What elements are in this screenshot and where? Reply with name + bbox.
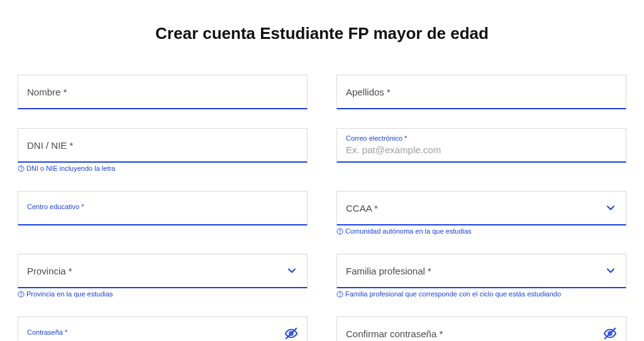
field-contrasena: Contraseña * bbox=[18, 317, 308, 341]
provincia-select[interactable]: Provincia * bbox=[18, 254, 308, 288]
familia-select[interactable]: Familia profesional * bbox=[336, 254, 626, 288]
centro-label: Centro educativo * bbox=[27, 203, 84, 210]
help-icon bbox=[336, 291, 343, 298]
correo-placeholder: Ex. pat@example.com bbox=[346, 144, 441, 155]
provincia-helper-text: Provincia en la que estudias bbox=[26, 291, 113, 298]
field-centro: Centro educativo * bbox=[18, 191, 308, 235]
nombre-input[interactable]: Nombre * bbox=[18, 75, 308, 109]
provincia-label: Provincia * bbox=[27, 266, 72, 276]
chevron-down-icon bbox=[604, 202, 617, 214]
field-ccaa: CCAA * Comunidad autónoma en la que estu… bbox=[336, 191, 626, 235]
signup-form: Nombre * Apellidos * DNI / NIE * DNI o N… bbox=[0, 75, 644, 341]
help-icon bbox=[18, 291, 25, 298]
eye-off-icon[interactable] bbox=[603, 327, 617, 340]
provincia-helper: Provincia en la que estudias bbox=[18, 291, 308, 298]
familia-label: Familia profesional * bbox=[346, 266, 431, 276]
correo-label: Correo electrónico * bbox=[346, 135, 407, 142]
field-nombre: Nombre * bbox=[18, 75, 308, 109]
field-provincia: Provincia * Provincia en la que estudias bbox=[18, 254, 308, 298]
apellidos-label: Apellidos * bbox=[346, 87, 391, 97]
svg-point-1 bbox=[21, 170, 21, 171]
ccaa-helper: Comunidad autónoma en la que estudias bbox=[336, 228, 626, 235]
confirmar-input[interactable]: Confirmar contraseña * bbox=[336, 317, 626, 341]
nombre-label: Nombre * bbox=[27, 87, 67, 97]
field-familia: Familia profesional * Familia profesiona… bbox=[336, 254, 626, 298]
svg-point-7 bbox=[340, 296, 340, 296]
help-icon bbox=[336, 228, 343, 235]
correo-input[interactable]: Correo electrónico * Ex. pat@example.com bbox=[336, 128, 626, 163]
familia-helper-text: Familia profesional que corresponde con … bbox=[345, 291, 561, 298]
dni-helper: DNI o NIE incluyendo la letra bbox=[18, 165, 308, 172]
field-confirmar: Confirmar contraseña * bbox=[336, 317, 626, 341]
familia-helper: Familia profesional que corresponde con … bbox=[336, 291, 626, 298]
field-correo: Correo electrónico * Ex. pat@example.com bbox=[336, 128, 626, 172]
apellidos-input[interactable]: Apellidos * bbox=[336, 75, 626, 109]
field-dni: DNI / NIE * DNI o NIE incluyendo la letr… bbox=[18, 128, 308, 172]
ccaa-label: CCAA * bbox=[346, 203, 378, 214]
svg-point-3 bbox=[340, 233, 340, 234]
dni-helper-text: DNI o NIE incluyendo la letra bbox=[26, 165, 115, 172]
contrasena-label: Contraseña * bbox=[27, 329, 67, 336]
ccaa-helper-text: Comunidad autónoma en la que estudias bbox=[345, 228, 472, 235]
field-apellidos: Apellidos * bbox=[336, 75, 626, 109]
dni-label: DNI / NIE * bbox=[27, 140, 73, 151]
chevron-down-icon bbox=[604, 264, 617, 277]
contrasena-input[interactable]: Contraseña * bbox=[18, 317, 308, 341]
chevron-down-icon bbox=[286, 264, 298, 277]
ccaa-select[interactable]: CCAA * bbox=[336, 191, 626, 225]
dni-input[interactable]: DNI / NIE * bbox=[18, 128, 308, 163]
confirmar-label: Confirmar contraseña * bbox=[346, 328, 443, 339]
eye-off-icon[interactable] bbox=[284, 327, 298, 340]
help-icon bbox=[18, 165, 25, 172]
svg-point-5 bbox=[21, 296, 21, 296]
centro-input[interactable]: Centro educativo * bbox=[18, 191, 308, 225]
page-title: Crear cuenta Estudiante FP mayor de edad bbox=[0, 0, 644, 75]
